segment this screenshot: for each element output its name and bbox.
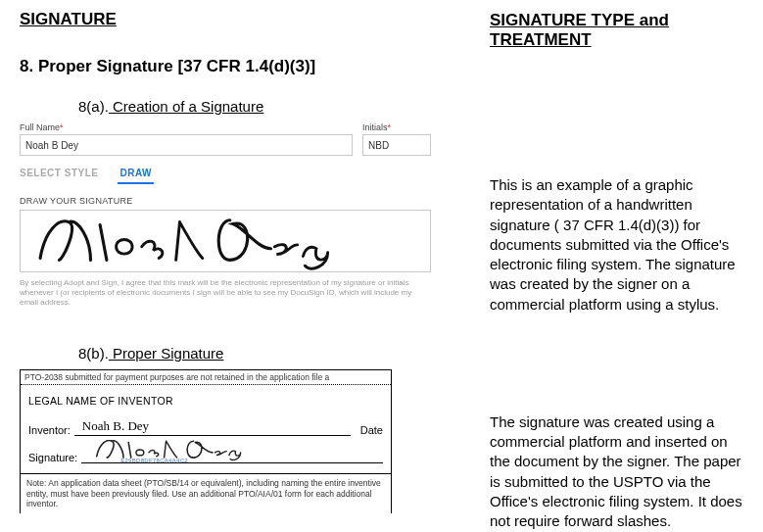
inventor-line: Inventor: Noah B. Dey DocuSigned by: Dat… xyxy=(28,418,383,436)
initials-input[interactable] xyxy=(362,134,431,156)
full-name-input[interactable] xyxy=(20,134,353,156)
explanation-8a: This is an example of a graphic represen… xyxy=(490,175,743,314)
column-header-left: SIGNATURE xyxy=(20,10,431,29)
signature-style-tabs: SELECT STYLE DRAW xyxy=(20,168,431,178)
inventor-name-text: Noah B. Dey xyxy=(82,418,149,433)
initials-label: Initials* xyxy=(362,122,431,132)
adopt-sign-disclaimer: By selecting Adopt and Sign, I agree tha… xyxy=(20,278,431,308)
date-label: Date xyxy=(360,424,383,436)
required-asterisk: * xyxy=(60,122,64,132)
column-header-right: SIGNATURE TYPE and TREATMENT xyxy=(490,11,743,50)
signature-line: Signature: E29BD8DF78CA4A4C2 xyxy=(28,440,383,463)
form-top-dashed-text: PTO-2038 submitted for payment purposes … xyxy=(21,370,391,385)
draw-signature-canvas[interactable] xyxy=(20,210,431,272)
subsection-8a-prefix: 8(a). xyxy=(78,98,109,115)
initials-label-text: Initials xyxy=(362,122,388,132)
full-name-label: Full Name* xyxy=(20,122,353,132)
form-note: Note: An application data sheet (PTO/SB/… xyxy=(21,473,391,513)
docusign-tag-bottom: E29BD8DF78CA4A4C2 xyxy=(120,458,188,463)
drawn-signature-graphic xyxy=(21,211,430,271)
section-title: 8. Proper Signature [37 CFR 1.4(d)(3)] xyxy=(20,57,431,76)
inventor-value: Noah B. Dey DocuSigned by: xyxy=(74,418,351,436)
signature-value: E29BD8DF78CA4A4C2 xyxy=(81,440,383,463)
subsection-8b-text: Proper Signature xyxy=(109,345,224,362)
signature-label: Signature: xyxy=(28,452,77,463)
full-name-label-text: Full Name xyxy=(20,122,60,132)
draw-signature-label: DRAW YOUR SIGNATURE xyxy=(20,196,431,206)
subsection-8b-heading: 8(b). Proper Signature xyxy=(78,345,431,362)
tab-draw[interactable]: DRAW xyxy=(119,168,152,178)
inventor-label: Inventor: xyxy=(28,424,71,436)
legal-name-heading: LEGAL NAME OF INVENTOR xyxy=(28,395,383,407)
tab-select-style[interactable]: SELECT STYLE xyxy=(20,168,98,178)
subsection-8a-text: Creation of a Signature xyxy=(109,98,263,115)
inventor-form-snippet: PTO-2038 submitted for payment purposes … xyxy=(20,369,392,513)
subsection-8b-prefix: 8(b). xyxy=(78,345,109,362)
explanation-8b: The signature was created using a commer… xyxy=(490,412,743,532)
subsection-8a-heading: 8(a). Creation of a Signature xyxy=(78,98,431,115)
signature-create-widget: Full Name* Initials* SELECT STYLE DRAW D… xyxy=(20,122,431,308)
required-asterisk: * xyxy=(388,122,392,132)
